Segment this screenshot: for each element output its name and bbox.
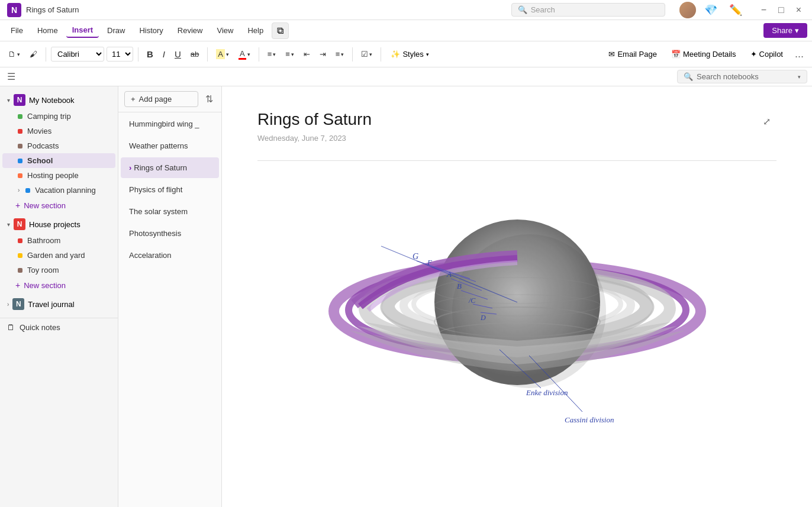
- app-title: Rings of Saturn: [26, 5, 79, 14]
- note-title[interactable]: Rings of Saturn: [257, 110, 776, 129]
- search-notebooks[interactable]: 🔍 Search notebooks ▾: [677, 70, 807, 83]
- note-content[interactable]: G F A B /C D: [257, 175, 776, 430]
- section-item-school[interactable]: School: [2, 153, 115, 168]
- page-item-physics[interactable]: Physics of flight: [121, 179, 219, 200]
- section-item-podcasts[interactable]: Podcasts: [2, 138, 115, 153]
- notebook-group-house-projects: ▾ N House projects Bathroom Garden and y…: [0, 215, 118, 293]
- section-item-vacation-planning[interactable]: › Vacation planning: [2, 183, 115, 198]
- strikethrough-button[interactable]: ab: [187, 47, 202, 61]
- pen-icon[interactable]: ✏️: [726, 2, 746, 18]
- page-item-weather[interactable]: Weather patterns: [121, 135, 219, 156]
- format-painter-icon: 🖌: [30, 50, 37, 59]
- page-item-photosynthesis[interactable]: Photosynthesis: [121, 223, 219, 244]
- section-label: Podcasts: [27, 141, 59, 150]
- menu-file[interactable]: File: [5, 24, 29, 37]
- font-color-icon: A: [239, 49, 246, 60]
- section-label: Bathroom: [27, 236, 60, 245]
- new-section-house-projects[interactable]: + New section: [0, 277, 118, 293]
- meeting-details-button[interactable]: 📅 Meeting Details: [665, 47, 742, 61]
- chevron-right-icon: ›: [18, 187, 20, 193]
- immersive-reader-button[interactable]: ⧉: [272, 22, 289, 39]
- section-item-movies[interactable]: Movies: [2, 124, 115, 138]
- section-color-toy-room: [18, 268, 22, 273]
- section-color-school: [18, 159, 22, 163]
- plus-icon: +: [15, 201, 20, 210]
- page-item-accelaration[interactable]: Accelaration: [121, 245, 219, 266]
- new-page-icon: 🗋: [8, 50, 16, 59]
- quick-notes[interactable]: 🗒 Quick notes: [0, 318, 118, 337]
- minimize-button[interactable]: −: [758, 4, 770, 17]
- underline-button[interactable]: U: [171, 47, 185, 62]
- new-section-my-notebook[interactable]: + New section: [0, 198, 118, 213]
- section-item-garden[interactable]: Garden and yard: [2, 248, 115, 263]
- notebook-header-travel-journal[interactable]: › N Travel journal: [2, 295, 115, 313]
- menu-insert[interactable]: Insert: [66, 23, 99, 38]
- indent-decrease-button[interactable]: ⇤: [300, 47, 314, 61]
- window-controls: − □ ×: [758, 4, 805, 17]
- highlight-button[interactable]: A ▾: [212, 47, 233, 62]
- sub-toolbar: ☰ 🔍 Search notebooks ▾: [0, 67, 812, 86]
- page-item-solar[interactable]: The solar system: [121, 201, 219, 222]
- close-button[interactable]: ×: [792, 4, 805, 17]
- page-item-rings[interactable]: Rings of Saturn: [121, 157, 219, 178]
- more-options-button[interactable]: ...: [791, 46, 807, 63]
- email-icon: ✉: [608, 50, 615, 59]
- email-page-button[interactable]: ✉ Email Page: [602, 47, 662, 61]
- title-search[interactable]: 🔍 Search: [511, 3, 665, 17]
- page-item-hummingbird[interactable]: Hummingbird wing _: [121, 114, 219, 134]
- diamond-icon[interactable]: 💎: [701, 2, 721, 18]
- font-color-button[interactable]: A ▾: [235, 47, 254, 62]
- menu-history[interactable]: History: [133, 24, 169, 37]
- email-page-label: Email Page: [617, 50, 656, 59]
- section-color-podcasts: [18, 144, 22, 148]
- copilot-label: Copilot: [759, 50, 783, 59]
- indent-increase-button[interactable]: ⇥: [316, 47, 330, 61]
- menu-help[interactable]: Help: [241, 24, 269, 37]
- bullet-list-button[interactable]: ≡▾: [264, 47, 280, 61]
- section-item-hosting-people[interactable]: Hosting people: [2, 168, 115, 183]
- bold-button[interactable]: B: [143, 47, 157, 62]
- avatar[interactable]: [679, 2, 696, 18]
- numbered-list-button[interactable]: ≡▾: [282, 47, 298, 61]
- section-label: Vacation planning: [35, 186, 95, 195]
- search-notebooks-arrow: ▾: [798, 74, 801, 80]
- section-item-camping-trip[interactable]: Camping trip: [2, 109, 115, 124]
- section-color-hosting-people: [18, 173, 22, 178]
- share-button[interactable]: Share ▾: [763, 23, 807, 38]
- align-button[interactable]: ≡▾: [332, 47, 348, 61]
- menu-review[interactable]: Review: [172, 24, 209, 37]
- checkbox-button[interactable]: ☑▾: [357, 47, 376, 61]
- hamburger-menu[interactable]: ☰: [5, 69, 18, 85]
- copilot-icon: ✦: [750, 50, 757, 59]
- main-content: ▾ N My Notebook Camping trip Movies Podc…: [0, 86, 812, 507]
- maximize-button[interactable]: □: [775, 4, 788, 17]
- expand-button[interactable]: ⤢: [763, 116, 771, 127]
- font-family-select[interactable]: Calibri: [51, 47, 104, 62]
- toolbar-right: ✉ Email Page 📅 Meeting Details ✦ Copilot…: [602, 46, 807, 63]
- notebook-group-travel-journal: › N Travel journal: [0, 295, 118, 313]
- new-page-button[interactable]: 🗋 ▾: [5, 47, 24, 61]
- copilot-button[interactable]: ✦ Copilot: [745, 47, 789, 61]
- svg-text:/C: /C: [468, 296, 476, 305]
- app-logo: N: [7, 3, 21, 17]
- menu-draw[interactable]: Draw: [101, 24, 131, 37]
- italic-button[interactable]: I: [159, 47, 169, 62]
- sort-pages-button[interactable]: ⇅: [203, 91, 215, 107]
- page-list: Hummingbird wing _ Weather patterns Ring…: [118, 112, 221, 507]
- separator-2: [138, 47, 138, 62]
- section-item-toy-room[interactable]: Toy room: [2, 263, 115, 277]
- styles-button[interactable]: ✨ Styles ▾: [386, 47, 433, 61]
- menu-view[interactable]: View: [211, 24, 239, 37]
- add-page-label: Add page: [139, 95, 172, 104]
- format-painter-button[interactable]: 🖌: [26, 47, 41, 61]
- section-label: Toy room: [27, 266, 59, 275]
- menu-home[interactable]: Home: [31, 24, 64, 37]
- highlight-icon: A: [216, 49, 225, 59]
- notebook-header-house-projects[interactable]: ▾ N House projects: [2, 215, 115, 233]
- font-size-select[interactable]: 11: [107, 47, 133, 62]
- section-item-bathroom[interactable]: Bathroom: [2, 233, 115, 248]
- section-label: Garden and yard: [27, 251, 85, 260]
- add-page-button[interactable]: + Add page: [124, 91, 198, 107]
- notebook-title: Travel journal: [28, 300, 74, 309]
- notebook-header-my-notebook[interactable]: ▾ N My Notebook: [2, 91, 115, 109]
